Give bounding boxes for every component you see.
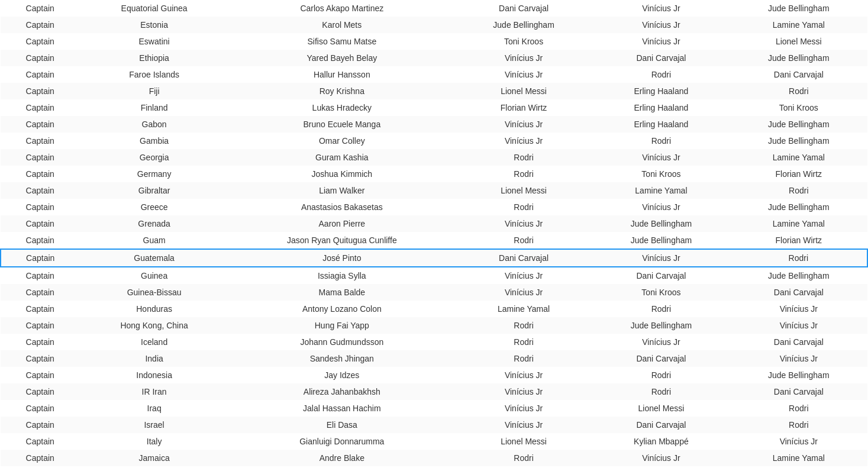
table-row: CaptainFaroe IslandsHallur HanssonViníci… — [1, 66, 867, 83]
main-container: CaptainEquatorial GuineaCarlos Akapo Mar… — [0, 0, 868, 471]
table-cell: Rodri — [455, 317, 592, 334]
table-cell: Sandesh Jhingan — [229, 350, 455, 367]
table-cell: Rodri — [592, 367, 730, 383]
table-cell: Vinícius Jr — [730, 350, 867, 367]
table-cell: Jude Bellingham — [730, 133, 867, 149]
table-cell: Vinícius Jr — [455, 367, 592, 383]
table-cell: Captain — [1, 50, 80, 66]
table-cell: Yared Bayeh Belay — [229, 50, 455, 66]
table-cell: Rodri — [455, 199, 592, 215]
table-cell: Jude Bellingham — [730, 199, 867, 215]
table-cell: Florian Wirtz — [730, 166, 867, 182]
table-cell: Captain — [1, 249, 80, 267]
table-cell: Jude Bellingham — [730, 50, 867, 66]
table-cell: Jason Ryan Quitugua Cunliffe — [229, 232, 455, 249]
table-cell: Vinícius Jr — [592, 249, 730, 267]
table-cell: Lamine Yamal — [730, 17, 867, 33]
table-cell: Ethiopia — [80, 50, 229, 66]
table-cell: Antony Lozano Colon — [229, 301, 455, 317]
table-row: CaptainJapanWataru EndoJude BellinghamVi… — [1, 466, 867, 471]
data-table: CaptainEquatorial GuineaCarlos Akapo Mar… — [0, 0, 868, 471]
table-cell: Guatemala — [80, 249, 229, 267]
table-cell: Vinícius Jr — [730, 317, 867, 334]
table-cell: Lionel Messi — [455, 83, 592, 99]
table-cell: Estonia — [80, 17, 229, 33]
table-cell: Sifiso Samu Matse — [229, 33, 455, 50]
table-cell: Captain — [1, 83, 80, 99]
table-cell: Rodri — [455, 149, 592, 166]
table-cell: Vinícius Jr — [455, 66, 592, 83]
table-cell: Captain — [1, 199, 80, 215]
table-cell: Eli Dasa — [229, 417, 455, 433]
table-row: CaptainIsraelEli DasaVinícius JrDani Car… — [1, 417, 867, 433]
table-row: CaptainGuamJason Ryan Quitugua CunliffeR… — [1, 232, 867, 249]
table-row: CaptainGibraltarLiam WalkerLionel MessiL… — [1, 182, 867, 199]
table-cell: Lionel Messi — [455, 433, 592, 450]
table-row: CaptainGuatemalaJosé PintoDani CarvajalV… — [1, 249, 867, 267]
table-cell: Aaron Pierre — [229, 215, 455, 232]
table-cell: Jay Idzes — [229, 367, 455, 383]
table-cell: Fiji — [80, 83, 229, 99]
table-cell: Johann Gudmundsson — [229, 334, 455, 350]
table-cell: Dani Carvajal — [592, 417, 730, 433]
table-cell: Gibraltar — [80, 182, 229, 199]
table-cell: Rodri — [592, 301, 730, 317]
table-cell: Captain — [1, 149, 80, 166]
table-cell: Joshua Kimmich — [229, 166, 455, 182]
table-cell: Vinícius Jr — [592, 149, 730, 166]
table-cell: Vinícius Jr — [592, 199, 730, 215]
table-cell: Lamine Yamal — [730, 450, 867, 466]
table-cell: Rodri — [592, 133, 730, 149]
table-cell: Lamine Yamal — [730, 149, 867, 166]
table-row: CaptainJamaicaAndre BlakeRodriVinícius J… — [1, 450, 867, 466]
table-cell: Iceland — [80, 334, 229, 350]
table-cell: Vinícius Jr — [455, 50, 592, 66]
table-row: CaptainIcelandJohann GudmundssonRodriVin… — [1, 334, 867, 350]
table-row: CaptainIraqJalal Hassan HachimVinícius J… — [1, 400, 867, 417]
table-cell: Dani Carvajal — [730, 383, 867, 400]
table-cell: India — [80, 350, 229, 367]
table-cell: Rodri — [592, 66, 730, 83]
table-row: CaptainEquatorial GuineaCarlos Akapo Mar… — [1, 0, 867, 17]
table-cell: IR Iran — [80, 383, 229, 400]
table-cell: Vinícius Jr — [592, 334, 730, 350]
table-cell: Anastasios Bakasetas — [229, 199, 455, 215]
table-row: CaptainIndonesiaJay IdzesVinícius JrRodr… — [1, 367, 867, 383]
table-cell: Florian Wirtz — [730, 232, 867, 249]
table-cell: Germany — [80, 166, 229, 182]
table-cell: Guam — [80, 232, 229, 249]
table-cell: Rodri — [455, 334, 592, 350]
table-cell: Jude Bellingham — [455, 17, 592, 33]
table-cell: Jamaica — [80, 450, 229, 466]
table-cell: Rodri — [730, 182, 867, 199]
table-cell: Vinícius Jr — [592, 466, 730, 471]
table-cell: Lukas Hradecky — [229, 99, 455, 116]
table-cell: Rodri — [730, 466, 867, 471]
table-cell: Captain — [1, 0, 80, 17]
table-cell: Rodri — [730, 400, 867, 417]
table-cell: Erling Haaland — [592, 83, 730, 99]
table-cell: Erling Haaland — [592, 99, 730, 116]
table-cell: Dani Carvajal — [592, 50, 730, 66]
table-cell: Georgia — [80, 149, 229, 166]
table-cell: Gabon — [80, 116, 229, 133]
table-cell: Jude Bellingham — [730, 116, 867, 133]
table-cell: Captain — [1, 350, 80, 367]
table-cell: Grenada — [80, 215, 229, 232]
table-cell: Jude Bellingham — [592, 317, 730, 334]
table-cell: Rodri — [455, 450, 592, 466]
table-cell: Indonesia — [80, 367, 229, 383]
table-cell: Dani Carvajal — [730, 334, 867, 350]
table-cell: Lamine Yamal — [455, 301, 592, 317]
table-cell: Captain — [1, 267, 80, 284]
table-cell: Gianluigi Donnarumma — [229, 433, 455, 450]
table-cell: Captain — [1, 383, 80, 400]
table-cell: Equatorial Guinea — [80, 0, 229, 17]
table-cell: Toni Kroos — [455, 33, 592, 50]
table-cell: Vinícius Jr — [455, 267, 592, 284]
table-cell: Finland — [80, 99, 229, 116]
table-cell: Captain — [1, 182, 80, 199]
table-cell: Captain — [1, 301, 80, 317]
table-row: CaptainEswatiniSifiso Samu MatseToni Kro… — [1, 33, 867, 50]
table-cell: Vinícius Jr — [455, 284, 592, 301]
